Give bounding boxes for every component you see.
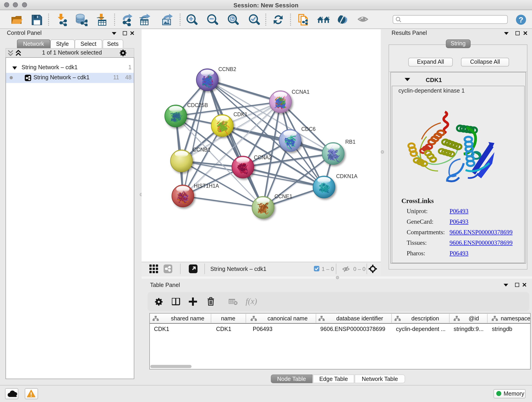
svg-text:CCNB2: CCNB2 xyxy=(218,66,236,72)
svg-text:CDKN1A: CDKN1A xyxy=(336,173,357,179)
svg-text:CDK1: CDK1 xyxy=(233,111,247,117)
svg-text:CCNE1: CCNE1 xyxy=(274,193,292,199)
svg-text:CDC25B: CDC25B xyxy=(187,102,208,108)
svg-text:CCNB1: CCNB1 xyxy=(192,147,210,153)
svg-text:HIST1H1A: HIST1H1A xyxy=(194,183,219,189)
svg-text:CDC6: CDC6 xyxy=(301,126,316,132)
svg-text:CCNA1: CCNA1 xyxy=(291,89,309,95)
svg-text:RB1: RB1 xyxy=(345,139,355,145)
svg-text:CCNA2: CCNA2 xyxy=(254,154,272,160)
svg-text:?: ? xyxy=(519,15,524,24)
